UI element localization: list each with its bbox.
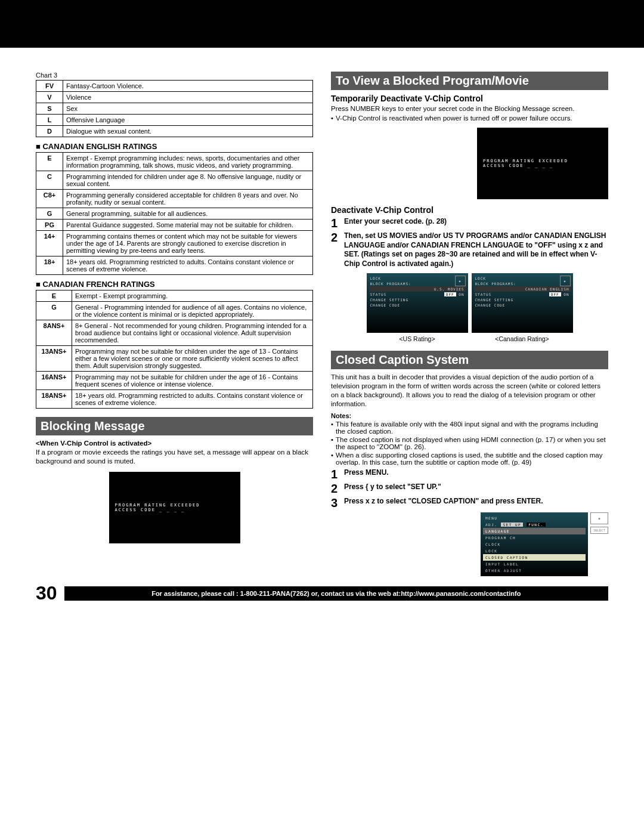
cell: C [36,171,63,190]
toview-osd: PROGRAM RATING EXCEEDED ACCESS CODE _ _ … [477,128,608,199]
cc-intro: This unit has a built in decoder that pr… [331,373,608,409]
osd-line: CHANGE CODE [369,302,466,308]
cell: G [36,208,63,220]
cell: 8ANS+ [36,320,72,346]
cell: 18+ years old. Programming restricted to… [72,390,313,409]
menu-tab: FUNC. [527,523,546,527]
osd-item: ON [459,292,464,296]
cell: Exempt - Exempt programming. [72,290,313,302]
cell: 8+ General - Not recommended for young c… [72,320,313,346]
osd-line: PROGRAM RATING EXCEEDED [483,159,568,163]
step-text: Press x z to select "CLOSED CAPTION" and… [344,497,543,506]
toview-band: To View a Blocked Program/Movie [331,72,608,90]
temp-deactivate-text: Press NUMBER keys to enter your secret c… [331,104,608,113]
menu-item: CLOCK [483,541,586,548]
menu-title: MENU [483,515,586,521]
step-text: Enter your secret code. (p. 28) [344,217,447,227]
cell: 14+ [36,231,63,256]
osd-item: OFF [549,292,561,296]
cell: Programming generally considered accepta… [63,190,313,208]
canadian-rating-osd-block: ◆ LOCK BLOCK PROGRAMS: CANADIAN ENGLISH … [472,273,573,342]
vchip-bullet: •V-Chip Control is reactivated when powe… [331,115,608,122]
cell: L [36,115,63,126]
cell: Offensive Language [63,115,313,126]
menu-osd: MENU ADJ. SET UP FUNC. LANGUAGE PROGRAM … [481,512,588,576]
cell: Exempt - Exempt programming includes: ne… [63,153,313,171]
step-2: 2Then, set US MOVIES and/or US TV PROGRA… [331,231,608,268]
dpad-icon: ◆ [560,276,571,286]
cell: D [36,126,63,137]
cc-step-3: 3Press x z to select "CLOSED CAPTION" an… [331,497,608,509]
osd-line: ACCESS CODE _ _ _ _ [115,508,200,512]
cell: Parental Guidance suggested. Some materi… [63,220,313,231]
menu-item: LOCK [483,548,586,554]
cell: Violence [63,92,313,103]
cell: Programming may not be suitable for chil… [72,346,313,372]
cell: 16ANS+ [36,372,72,390]
cell: 18+ years old. Programming restricted to… [63,256,313,275]
canadian-french-heading: CANADIAN FRENCH RATINGS [36,280,313,289]
cell: C8+ [36,190,63,208]
osd-item: ON [564,292,569,296]
footer-assist-text: For assistance, please call : 1-800-211-… [64,586,608,601]
cell: V [36,92,63,103]
note-text: The closed caption is not displayed when… [336,436,608,450]
menu-item: PROGRAM CH [483,534,586,541]
cell: FV [36,81,63,92]
osd-line: CHANGE CODE [474,302,571,308]
temp-deactivate-heading: Temporarily Deactivate V-Chip Control [331,94,608,103]
blocking-text: If a program or movie exceeds the rating… [36,448,313,466]
cell: Sex [63,103,313,115]
osd-item: STATUS [370,292,387,296]
step-text: Press { y to select "SET UP." [344,483,441,492]
step-text: Press MENU. [344,468,389,478]
blocking-osd: PROGRAM RATING EXCEEDED ACCESS CODE _ _ … [109,472,240,543]
osd-item: U.S. MOVIES [434,287,465,291]
top-black-bar [0,0,644,48]
cell: Fantasy-Cartoon Violence. [63,81,313,92]
canadian-french-table: EExempt - Exempt programming. GGeneral -… [36,290,313,409]
cell: PG [36,220,63,231]
osd-line: BLOCK PROGRAMS: [369,281,466,286]
cc-band: Closed Caption System [331,351,608,369]
osd-item: STATUS [475,292,492,296]
osd-line: PROGRAM RATING EXCEEDED [115,503,200,508]
cell: Programming may not be suitable for chil… [72,372,313,390]
cell: General - Programming intended for audie… [72,302,313,320]
cell: 18+ [36,256,63,275]
menu-item: LANGUAGE [483,528,586,534]
osd-line: ACCESS CODE _ _ _ _ [483,163,568,168]
chart3-label: Chart 3 [36,72,313,79]
right-column: To View a Blocked Program/Movie Temporar… [331,72,608,576]
osd-item: CANADIAN ENGLISH [525,287,569,291]
menu-tab: ADJ. [485,523,497,527]
menu-item: INPUT LABEL [483,561,586,567]
menu-item-selected: CLOSED CAPTION [483,554,586,561]
cell: 13ANS+ [36,346,72,372]
note-text: This feature is available only with the … [336,421,608,435]
step-text: Then, set US MOVIES and/or US TV PROGRAM… [344,231,608,268]
cc-note: •The closed caption is not displayed whe… [331,436,608,450]
osd-line: LOCK [369,276,466,281]
canadian-english-table: EExempt - Exempt programming includes: n… [36,152,313,275]
menu-item: OTHER ADJUST [483,567,586,574]
when-vchip-label: <When V-Chip Control is activated> [36,439,313,448]
blocking-message-band: Blocking Message [36,417,313,435]
canadian-rating-label: <Canadian Rating> [472,335,573,342]
bullet-text: V-Chip Control is reactivated when power… [336,115,572,122]
notes-label: Notes: [331,412,608,419]
canadian-english-heading: CANADIAN ENGLISH RATINGS [36,142,313,151]
page-number: 30 [36,582,57,604]
cell: Programming intended for children under … [63,171,313,190]
us-rating-osd-block: ◆ LOCK BLOCK PROGRAMS: U.S. MOVIES STATU… [367,273,468,342]
chart3-table: FVFantasy-Cartoon Violence. VViolence SS… [36,80,313,137]
us-rating-osd: ◆ LOCK BLOCK PROGRAMS: U.S. MOVIES STATU… [367,273,468,333]
cell: General programming, suitable for all au… [63,208,313,220]
osd-item: OFF [444,292,456,296]
menu-tab: SET UP [501,523,523,527]
dpad-icon: ◆ SELECT [590,512,608,576]
cell: G [36,302,72,320]
deactivate-heading: Deactivate V-Chip Control [331,205,608,215]
osd-line: BLOCK PROGRAMS: [474,281,571,286]
canadian-rating-osd: ◆ LOCK BLOCK PROGRAMS: CANADIAN ENGLISH … [472,273,573,333]
